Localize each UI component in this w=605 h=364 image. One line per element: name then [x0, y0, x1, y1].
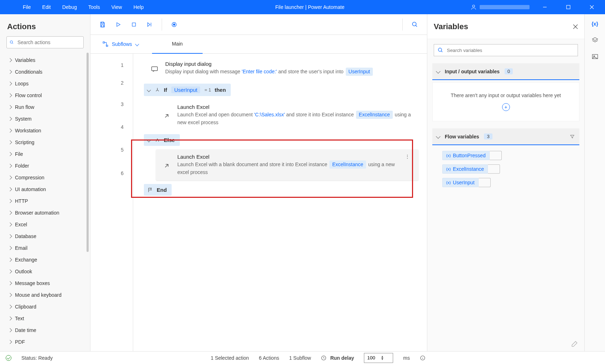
variable-name: UserInput	[453, 180, 475, 185]
svg-rect-2	[567, 5, 570, 9]
flag-icon	[147, 187, 153, 193]
menu-help[interactable]: Help	[128, 0, 150, 14]
step-title: Display input dialog	[165, 61, 413, 67]
flow-variable[interactable]: (x)ExcelInstance	[442, 164, 578, 174]
menu-debug[interactable]: Debug	[57, 0, 83, 14]
filter-icon[interactable]	[569, 134, 575, 139]
spin-arrows[interactable]: ▲▼	[381, 355, 384, 360]
step-button[interactable]	[144, 19, 155, 30]
action-category[interactable]: Mouse and keyboard	[0, 289, 90, 301]
action-category[interactable]: File	[0, 148, 90, 160]
step-more-button[interactable]: ⋮	[402, 154, 413, 176]
action-category[interactable]: Excel	[0, 218, 90, 230]
stop-button[interactable]	[128, 19, 140, 30]
chevron-right-icon	[8, 81, 12, 85]
action-category[interactable]: HTTP	[0, 195, 90, 207]
action-category[interactable]: Variables	[0, 54, 90, 66]
action-category[interactable]: Workstation	[0, 125, 90, 136]
action-category[interactable]: Folder	[0, 160, 90, 172]
action-category[interactable]: Exchange	[0, 254, 90, 265]
actions-search-input[interactable]	[17, 39, 80, 46]
chevron-right-icon	[8, 164, 12, 168]
save-button[interactable]	[97, 19, 108, 30]
actions-category-list: VariablesConditionalsLoopsFlow controlRu…	[0, 53, 90, 351]
chevron-right-icon	[8, 222, 12, 226]
action-category[interactable]: Text	[0, 312, 90, 324]
branch-icon	[155, 87, 160, 93]
actions-search[interactable]	[6, 36, 84, 48]
io-section-header[interactable]: Input / output variables 0	[432, 63, 579, 79]
action-category[interactable]: Email	[0, 242, 90, 254]
run-delay-input[interactable]: ▲▼	[364, 353, 393, 363]
tab-main[interactable]: Main	[152, 35, 203, 54]
chevron-right-icon	[8, 105, 12, 109]
chevron-down-icon	[436, 134, 440, 139]
clock-icon	[321, 355, 327, 361]
search-icon	[438, 47, 443, 53]
images-rail-icon[interactable]	[591, 53, 599, 60]
variables-rail-icon[interactable]: {x}	[591, 20, 599, 28]
flow-count-badge: 3	[484, 133, 492, 139]
action-category[interactable]: PDF	[0, 336, 90, 348]
action-category[interactable]: UI automation	[0, 183, 90, 195]
close-panel-button[interactable]	[573, 24, 578, 29]
variable-value-slot	[479, 178, 491, 187]
info-icon[interactable]	[420, 355, 426, 361]
search-flow-button[interactable]	[409, 19, 421, 30]
chevron-right-icon	[8, 93, 12, 97]
step-else[interactable]: Else	[144, 134, 180, 146]
step-launch-excel-open[interactable]: Launch Excel Launch Excel and open docum…	[156, 100, 418, 131]
step-end[interactable]: End	[144, 184, 172, 196]
subflows-dropdown[interactable]: Subflows	[97, 35, 144, 54]
chevron-down-icon	[436, 69, 440, 74]
run-button[interactable]	[113, 19, 124, 30]
run-delay-value[interactable]	[366, 355, 381, 361]
action-category[interactable]: Message boxes	[0, 277, 90, 289]
action-category[interactable]: Browser automation	[0, 207, 90, 218]
menu-file[interactable]: File	[17, 0, 37, 14]
variables-search[interactable]	[434, 44, 578, 56]
action-category[interactable]: Run flow	[0, 101, 90, 113]
action-category[interactable]: Compression	[0, 172, 90, 183]
action-category[interactable]: System	[0, 113, 90, 125]
record-button[interactable]	[168, 19, 180, 30]
menu-view[interactable]: View	[106, 0, 128, 14]
flow-variable[interactable]: (x)UserInput	[442, 178, 578, 187]
chevron-right-icon	[8, 211, 12, 215]
action-category[interactable]: Database	[0, 230, 90, 242]
eraser-icon[interactable]	[571, 341, 578, 348]
step-if[interactable]: If UserInput = 1 then	[144, 84, 231, 96]
variables-search-input[interactable]	[446, 47, 574, 53]
menu-tools[interactable]: Tools	[83, 0, 106, 14]
category-label: System	[15, 116, 32, 122]
menu-edit[interactable]: Edit	[37, 0, 57, 14]
step-display-input-dialog[interactable]: Display input dialog Display input dialo…	[144, 57, 418, 80]
action-category[interactable]: Loops	[0, 78, 90, 89]
flow-variable[interactable]: (x)ButtonPressed	[442, 151, 578, 160]
svg-point-14	[173, 23, 175, 25]
action-category[interactable]: Flow control	[0, 89, 90, 101]
action-category[interactable]: Outlook	[0, 265, 90, 277]
action-category[interactable]: Conditionals	[0, 66, 90, 78]
close-button[interactable]	[584, 0, 600, 14]
variable-token: UserInput	[171, 86, 200, 93]
actions-title: Actions	[0, 14, 90, 36]
action-category[interactable]: Clipboard	[0, 301, 90, 312]
action-category[interactable]: Scripting	[0, 136, 90, 148]
svg-rect-7	[101, 22, 104, 23]
maximize-button[interactable]	[560, 0, 577, 14]
if-keyword: If	[164, 87, 167, 93]
end-keyword: End	[157, 187, 167, 193]
chevron-right-icon	[8, 293, 12, 297]
minimize-button[interactable]	[537, 0, 553, 14]
category-label: Scripting	[15, 139, 34, 145]
launch-icon	[162, 154, 172, 176]
flow-section-header[interactable]: Flow variables 3	[432, 128, 579, 144]
user-account[interactable]	[470, 4, 530, 10]
layers-rail-icon[interactable]	[591, 36, 599, 44]
scrollbar[interactable]	[87, 53, 89, 252]
step-launch-excel-blank[interactable]: Launch Excel Launch Excel with a blank d…	[156, 149, 418, 180]
chevron-right-icon	[8, 269, 12, 273]
action-category[interactable]: Date time	[0, 324, 90, 336]
add-io-variable-button[interactable]: +	[502, 103, 510, 111]
